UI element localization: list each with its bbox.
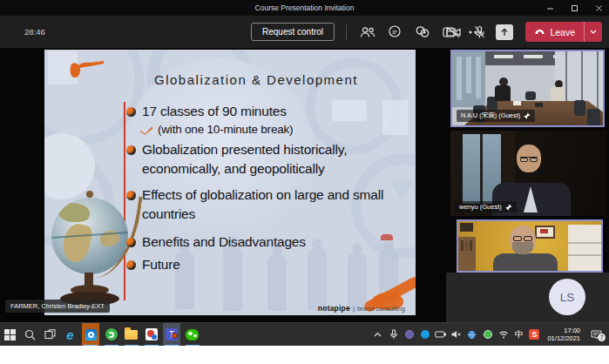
scene-light: [524, 55, 543, 58]
bullet-marker: [126, 107, 136, 117]
start-button[interactable]: [2, 323, 18, 347]
tray-blue-app-icon[interactable]: [419, 327, 430, 341]
internet-explorer-icon[interactable]: e: [62, 323, 78, 347]
taskbar-time: 17:00: [547, 327, 580, 334]
maximize-icon[interactable]: [569, 3, 579, 13]
participants-icon[interactable]: [358, 23, 377, 42]
teams-icon[interactable]: T: [163, 323, 180, 347]
scene-picture-frame: [535, 226, 555, 239]
scene-building: [476, 57, 481, 98]
hangup-phone-icon: [534, 29, 545, 35]
leave-options-chevron-icon[interactable]: [584, 22, 602, 42]
scene-window: [452, 51, 485, 107]
pin-icon: [524, 112, 531, 119]
close-icon[interactable]: [593, 3, 604, 13]
participant-tile-speaker[interactable]: [457, 219, 603, 273]
folder-glyph: [125, 330, 138, 340]
bullet-item: Globalization presented historically, ec…: [126, 140, 398, 179]
globe-illustration: [51, 194, 139, 311]
ime-indicator[interactable]: 中: [513, 327, 524, 341]
scene-chair: [587, 109, 600, 125]
scene-picture-art: [540, 229, 548, 233]
tray-globe-icon[interactable]: [466, 327, 477, 341]
file-explorer-icon[interactable]: [123, 323, 139, 347]
notification-badge: 7: [598, 334, 606, 341]
scene-building: [457, 57, 462, 100]
participant-tile-nau[interactable]: N A U (宋琬) (Guest): [450, 50, 605, 127]
brand-name: notapipe: [318, 304, 350, 313]
chat-icon[interactable]: [385, 23, 404, 42]
check-icon: [140, 125, 153, 135]
taskbar-clock[interactable]: 17:00 01/12/2021: [547, 327, 580, 342]
red-blue-app-icon[interactable]: [143, 323, 159, 347]
scene-glasses: [513, 236, 532, 241]
notapipe-brand: notapipe | brand consulting: [318, 304, 405, 313]
brand-tagline: brand consulting: [357, 305, 405, 313]
scene-window-frame: [480, 134, 483, 204]
participant-panel: LS: [446, 273, 609, 322]
bullet-item: Future: [126, 255, 398, 274]
green-app-glyph: [105, 328, 118, 340]
scene-beard: [512, 242, 533, 254]
globe-finial: [86, 191, 93, 198]
sub-bullet-item: (with one 10-minute break): [140, 121, 398, 138]
pin-icon: [505, 204, 512, 211]
minimize-icon[interactable]: [545, 3, 555, 13]
reactions-icon[interactable]: [412, 23, 431, 42]
stop-sharing-icon[interactable]: [496, 24, 513, 40]
toolbar-right-group: Leave: [443, 16, 602, 48]
sogou-input-icon[interactable]: S: [529, 329, 539, 340]
bullet-text: 17 classes of 90 minutes: [142, 102, 287, 121]
tray-teams-icon[interactable]: [403, 327, 415, 341]
task-view-icon[interactable]: [42, 323, 58, 347]
scene-bookshelf: [458, 237, 476, 271]
avatar-initials: LS: [560, 291, 575, 304]
scene-chair: [525, 91, 536, 100]
action-center-icon[interactable]: 7: [588, 327, 604, 341]
scene-picture-frame: [460, 223, 473, 232]
tray-teams-glyph: [405, 330, 414, 339]
notification-dot: [172, 333, 178, 339]
toolbar-divider: [346, 24, 347, 40]
scene-mullion: [597, 51, 599, 114]
bullet-marker: [126, 238, 136, 247]
taskbar-date: 01/12/2021: [547, 334, 580, 342]
sub-bullet-text: (with one 10-minute break): [158, 121, 293, 138]
bullet-text: Benefits and Disadvantages: [142, 233, 306, 252]
leave-button-main[interactable]: Leave: [525, 22, 584, 42]
participant-tile-wenyu[interactable]: wenyu (Guest): [450, 131, 607, 216]
search-icon[interactable]: [22, 323, 38, 347]
scene-person-body: [551, 87, 565, 101]
bullet-text: Effects of globalization on large and sm…: [142, 185, 398, 224]
tray-volume-muted-icon[interactable]: [450, 327, 462, 341]
tray-battery-icon[interactable]: [435, 327, 446, 341]
tray-wechat-icon[interactable]: [482, 327, 493, 341]
tray-network-icon[interactable]: [497, 327, 509, 341]
green-browser-icon[interactable]: [103, 323, 119, 347]
bottom-white-strip: [0, 346, 609, 364]
bullet-marker: [126, 191, 136, 200]
window-titlebar: Course Presentation Invitation: [0, 0, 609, 16]
scene-paper: [513, 101, 521, 105]
brand-separator: |: [353, 305, 355, 313]
green-app-swirl: [108, 332, 114, 338]
participant-name-label: wenyu (Guest): [455, 201, 517, 212]
red-blue-app-glyph: [145, 328, 158, 340]
ie-glyph: e: [66, 328, 73, 341]
bullet-text: Globalization presented historically, ec…: [142, 140, 398, 179]
wechat-icon[interactable]: [184, 323, 200, 347]
camera-off-icon[interactable]: [443, 23, 463, 42]
mic-off-icon[interactable]: [470, 23, 489, 42]
leave-button[interactable]: Leave: [525, 22, 602, 42]
outlook-icon[interactable]: [82, 323, 99, 347]
scene-chair: [574, 100, 585, 116]
window-title: Course Presentation Invitation: [255, 3, 355, 12]
slide-title: Globalization & Development: [97, 72, 416, 87]
request-control-button[interactable]: Request control: [251, 23, 335, 41]
scene-book: [465, 240, 468, 251]
tray-wechat-glyph: [484, 330, 492, 339]
scene-cabinet: [568, 225, 601, 271]
tray-microphone-icon[interactable]: [388, 327, 399, 341]
teams-glyph: T: [166, 328, 178, 340]
tray-chevron-up-icon[interactable]: [372, 327, 383, 341]
